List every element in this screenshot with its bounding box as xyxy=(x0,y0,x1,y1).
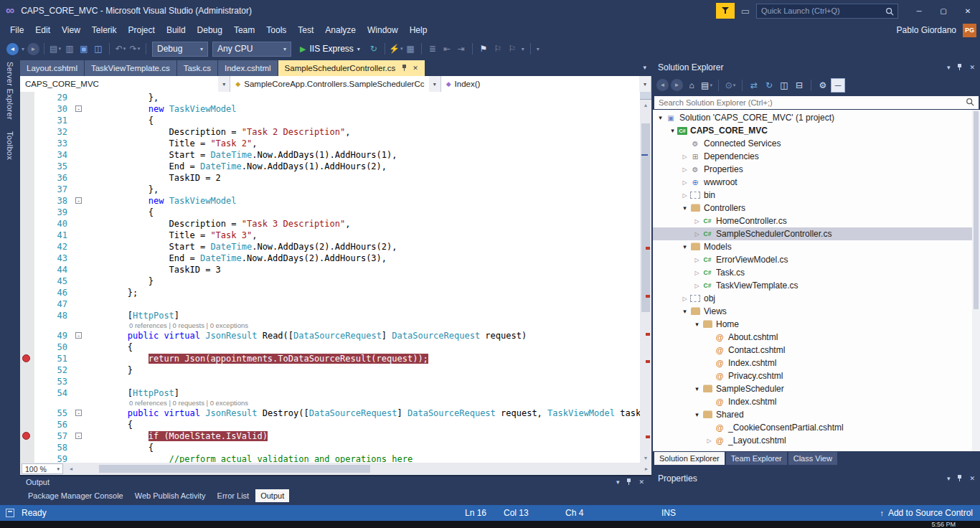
menu-item-help[interactable]: Help xyxy=(404,23,433,37)
properties-panel-header[interactable]: Properties ▾ ✕ xyxy=(653,471,980,486)
browser-refresh-icon[interactable]: ↻ xyxy=(367,42,381,56)
tree-item-shared[interactable]: ▾Shared xyxy=(653,408,972,421)
breakpoint-margin[interactable] xyxy=(20,230,34,241)
editor-tab-layout-cshtml[interactable]: Layout.cshtml xyxy=(20,60,84,76)
forward-icon[interactable]: ► xyxy=(671,79,683,91)
sync-with-active-document-icon[interactable]: ⇄ xyxy=(747,78,761,93)
close-icon[interactable]: ✕ xyxy=(413,65,418,72)
collapse-all-icon[interactable]: ⊟ xyxy=(792,78,806,93)
horizontal-scroll-thumb[interactable] xyxy=(99,465,370,473)
expand-arrow-icon[interactable]: ▷ xyxy=(680,192,689,199)
panel-menu-chevron-icon[interactable]: ▾ xyxy=(947,64,951,71)
breakpoint-margin[interactable] xyxy=(20,126,34,138)
expand-arrow-icon[interactable]: ▷ xyxy=(680,166,689,173)
panel-tab-web-publish-activity[interactable]: Web Publish Activity xyxy=(130,489,211,502)
collapse-arrow-icon[interactable]: ▾ xyxy=(668,127,677,134)
panel-tab-error-list[interactable]: Error List xyxy=(212,489,255,502)
breakpoint-margin[interactable] xyxy=(20,275,34,287)
browser-link-icon[interactable]: ⚡▾ xyxy=(389,42,403,56)
breakpoint-margin[interactable] xyxy=(20,353,34,364)
new-project-icon[interactable]: ▤▾ xyxy=(48,42,62,56)
menu-item-build[interactable]: Build xyxy=(161,23,192,37)
side-tab-toolbox[interactable]: Toolbox xyxy=(6,131,14,160)
editor-vertical-scrollbar[interactable]: ▲ ▼ xyxy=(640,92,651,463)
member-dropdown[interactable]: ◆ Index() ▾ xyxy=(441,76,651,92)
pending-changes-filter-icon[interactable]: ⊙▾ xyxy=(723,78,738,93)
collapse-arrow-icon[interactable]: ▾ xyxy=(692,321,702,328)
expand-arrow-icon[interactable]: ▷ xyxy=(692,257,702,263)
breakpoint-margin[interactable] xyxy=(20,264,34,275)
collapse-arrow-icon[interactable]: ▾ xyxy=(656,114,665,121)
pin-icon[interactable] xyxy=(956,64,963,71)
tool-tab-class-view[interactable]: Class View xyxy=(788,452,837,465)
tree-item-home[interactable]: ▾Home xyxy=(653,318,972,331)
breakpoint-margin[interactable] xyxy=(20,310,34,321)
collapse-arrow-icon[interactable]: ▾ xyxy=(692,411,702,418)
collapse-region-icon[interactable]: - xyxy=(75,197,82,204)
panel-tab-package-manager-console[interactable]: Package Manager Console xyxy=(23,489,128,502)
collapse-arrow-icon[interactable]: ▾ xyxy=(680,243,689,250)
tree-item-homecontroller-cs[interactable]: ▷C#HomeController.cs xyxy=(653,214,972,227)
breakpoint-margin[interactable] xyxy=(20,207,34,218)
navigate-forward-icon[interactable]: ► xyxy=(27,43,39,55)
tree-scrollbar-thumb[interactable] xyxy=(974,111,979,309)
editor-tab-sampleschedulercontroller-cs[interactable]: SampleSchedulerController.cs✕ xyxy=(278,60,425,76)
navigate-backward-dropdown-icon[interactable]: ▾ xyxy=(19,42,27,56)
scroll-right-icon[interactable]: ► xyxy=(641,466,651,471)
zoom-dropdown[interactable]: 100 % ▾ xyxy=(22,463,63,474)
tree-item-properties[interactable]: ▷⚙Properties xyxy=(653,163,972,176)
panel-menu-chevron-icon[interactable]: ▾ xyxy=(947,475,951,482)
breakpoint-margin[interactable] xyxy=(20,430,34,442)
add-to-source-control-button[interactable]: ↑ Add to Source Control xyxy=(880,508,973,518)
indent-decrease-icon[interactable]: ⇤ xyxy=(440,42,454,56)
tree-item-wwwroot[interactable]: ▷⊕wwwroot xyxy=(653,176,972,189)
scroll-left-icon[interactable]: ◄ xyxy=(66,466,76,471)
user-name[interactable]: Pablo Giordano xyxy=(897,25,956,35)
bookmark-dropdown-icon[interactable]: ▾ xyxy=(519,42,527,56)
breakpoint-margin[interactable] xyxy=(20,376,34,387)
navigate-backward-icon[interactable]: ◄ xyxy=(6,43,19,55)
tool-tab-team-explorer[interactable]: Team Explorer xyxy=(726,452,787,465)
breakpoint-margin[interactable] xyxy=(20,298,34,310)
tree-item-task-cs[interactable]: ▷C#Task.cs xyxy=(653,266,972,279)
tree-item-views[interactable]: ▾Views xyxy=(653,305,972,318)
breakpoint-margin[interactable] xyxy=(20,387,34,399)
user-avatar[interactable]: PG xyxy=(963,24,976,37)
menu-item-file[interactable]: File xyxy=(4,23,29,37)
expand-arrow-icon[interactable]: ▷ xyxy=(680,154,689,160)
breakpoint-margin[interactable] xyxy=(20,453,34,463)
nest-files-icon[interactable]: ◫ xyxy=(777,78,791,93)
breakpoint-margin[interactable] xyxy=(20,419,34,430)
solution-explorer-search[interactable] xyxy=(653,94,980,110)
platform-dropdown[interactable]: Any CPU ▾ xyxy=(212,42,291,57)
menu-item-edit[interactable]: Edit xyxy=(29,23,56,37)
tree-item-controllers[interactable]: ▾Controllers xyxy=(653,202,972,214)
pin-icon[interactable] xyxy=(956,475,963,482)
tree-item-privacy-cshtml[interactable]: @Privacy.cshtml xyxy=(653,369,972,382)
collapse-arrow-icon[interactable]: ▾ xyxy=(692,385,702,392)
solution-explorer-header[interactable]: Solution Explorer ▾ ✕ xyxy=(653,59,980,76)
tree-item-samplescheduler[interactable]: ▾SampleScheduler xyxy=(653,382,972,395)
breakpoint-margin[interactable] xyxy=(20,92,34,103)
editor-tab-taskviewtemplate-cs[interactable]: TaskViewTemplate.cs xyxy=(85,60,176,76)
scroll-up-icon[interactable]: ▲ xyxy=(640,100,651,110)
codelens-indicator[interactable]: 0 references | 0 requests | 0 exceptions xyxy=(20,399,640,407)
expand-arrow-icon[interactable]: ▷ xyxy=(692,270,702,276)
tree-item-bin[interactable]: ▷bin xyxy=(653,189,972,202)
tree-item-dependencies[interactable]: ▷⊞Dependencies xyxy=(653,150,972,163)
scroll-down-icon[interactable]: ▼ xyxy=(640,453,651,463)
snippets-icon[interactable]: ▦ xyxy=(403,42,418,56)
splitter-grip[interactable] xyxy=(640,92,651,100)
search-input[interactable] xyxy=(654,96,979,109)
tree-item-errorviewmodel-cs[interactable]: ▷C#ErrorViewModel.cs xyxy=(653,253,972,266)
breakpoint-margin[interactable] xyxy=(20,241,34,253)
undo-icon[interactable]: ↶▾ xyxy=(113,42,128,56)
tree-item-about-cshtml[interactable]: @About.cshtml xyxy=(653,331,972,344)
close-icon[interactable]: ✕ xyxy=(969,475,975,482)
tree-item-cookieconsentpartial-cshtml[interactable]: @_CookieConsentPartial.cshtml xyxy=(653,421,972,434)
breakpoint-margin[interactable] xyxy=(20,218,34,230)
start-debugging-button[interactable]: ▶ IIS Express ▾ xyxy=(293,44,367,54)
open-file-icon[interactable]: ▥ xyxy=(62,42,77,56)
expand-arrow-icon[interactable]: ▷ xyxy=(692,218,702,225)
refresh-icon[interactable]: ↻ xyxy=(762,78,776,93)
